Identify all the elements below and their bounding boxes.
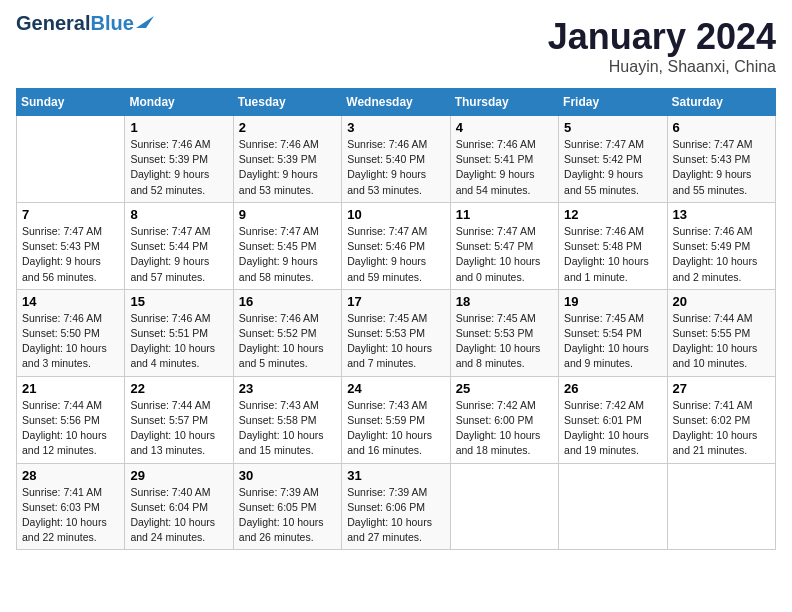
calendar-cell: 12Sunrise: 7:46 AMSunset: 5:48 PMDayligh… (559, 202, 667, 289)
calendar-cell: 8Sunrise: 7:47 AMSunset: 5:44 PMDaylight… (125, 202, 233, 289)
col-header-wednesday: Wednesday (342, 89, 450, 116)
calendar-cell: 7Sunrise: 7:47 AMSunset: 5:43 PMDaylight… (17, 202, 125, 289)
logo-blue-text: Blue (90, 12, 133, 35)
col-header-saturday: Saturday (667, 89, 775, 116)
calendar-cell: 31Sunrise: 7:39 AMSunset: 6:06 PMDayligh… (342, 463, 450, 550)
day-info: Sunrise: 7:47 AMSunset: 5:46 PMDaylight:… (347, 224, 444, 285)
day-info: Sunrise: 7:41 AMSunset: 6:02 PMDaylight:… (673, 398, 770, 459)
calendar-cell: 25Sunrise: 7:42 AMSunset: 6:00 PMDayligh… (450, 376, 558, 463)
col-header-thursday: Thursday (450, 89, 558, 116)
day-number: 28 (22, 468, 119, 483)
day-info: Sunrise: 7:46 AMSunset: 5:51 PMDaylight:… (130, 311, 227, 372)
calendar-cell: 2Sunrise: 7:46 AMSunset: 5:39 PMDaylight… (233, 116, 341, 203)
day-number: 29 (130, 468, 227, 483)
day-info: Sunrise: 7:41 AMSunset: 6:03 PMDaylight:… (22, 485, 119, 546)
day-number: 15 (130, 294, 227, 309)
calendar-week-row: 14Sunrise: 7:46 AMSunset: 5:50 PMDayligh… (17, 289, 776, 376)
day-info: Sunrise: 7:44 AMSunset: 5:55 PMDaylight:… (673, 311, 770, 372)
day-number: 1 (130, 120, 227, 135)
day-number: 19 (564, 294, 661, 309)
calendar-header-row: SundayMondayTuesdayWednesdayThursdayFrid… (17, 89, 776, 116)
day-info: Sunrise: 7:45 AMSunset: 5:53 PMDaylight:… (347, 311, 444, 372)
calendar-week-row: 28Sunrise: 7:41 AMSunset: 6:03 PMDayligh… (17, 463, 776, 550)
day-info: Sunrise: 7:39 AMSunset: 6:06 PMDaylight:… (347, 485, 444, 546)
day-info: Sunrise: 7:46 AMSunset: 5:52 PMDaylight:… (239, 311, 336, 372)
calendar-cell: 22Sunrise: 7:44 AMSunset: 5:57 PMDayligh… (125, 376, 233, 463)
calendar-cell: 29Sunrise: 7:40 AMSunset: 6:04 PMDayligh… (125, 463, 233, 550)
day-number: 8 (130, 207, 227, 222)
day-number: 16 (239, 294, 336, 309)
svg-marker-2 (136, 16, 154, 28)
calendar-cell (17, 116, 125, 203)
day-info: Sunrise: 7:46 AMSunset: 5:40 PMDaylight:… (347, 137, 444, 198)
day-number: 25 (456, 381, 553, 396)
calendar-cell: 19Sunrise: 7:45 AMSunset: 5:54 PMDayligh… (559, 289, 667, 376)
calendar-cell (450, 463, 558, 550)
calendar-cell: 6Sunrise: 7:47 AMSunset: 5:43 PMDaylight… (667, 116, 775, 203)
logo: General Blue General Blue (16, 16, 156, 35)
day-info: Sunrise: 7:43 AMSunset: 5:58 PMDaylight:… (239, 398, 336, 459)
page-header: General Blue General Blue January 2024 H… (16, 16, 776, 76)
day-number: 30 (239, 468, 336, 483)
day-info: Sunrise: 7:47 AMSunset: 5:45 PMDaylight:… (239, 224, 336, 285)
calendar-cell: 3Sunrise: 7:46 AMSunset: 5:40 PMDaylight… (342, 116, 450, 203)
calendar-cell: 10Sunrise: 7:47 AMSunset: 5:46 PMDayligh… (342, 202, 450, 289)
calendar-cell: 27Sunrise: 7:41 AMSunset: 6:02 PMDayligh… (667, 376, 775, 463)
calendar-cell: 11Sunrise: 7:47 AMSunset: 5:47 PMDayligh… (450, 202, 558, 289)
day-number: 22 (130, 381, 227, 396)
day-info: Sunrise: 7:39 AMSunset: 6:05 PMDaylight:… (239, 485, 336, 546)
day-number: 5 (564, 120, 661, 135)
calendar-cell: 24Sunrise: 7:43 AMSunset: 5:59 PMDayligh… (342, 376, 450, 463)
day-info: Sunrise: 7:46 AMSunset: 5:50 PMDaylight:… (22, 311, 119, 372)
calendar-cell: 17Sunrise: 7:45 AMSunset: 5:53 PMDayligh… (342, 289, 450, 376)
day-info: Sunrise: 7:46 AMSunset: 5:41 PMDaylight:… (456, 137, 553, 198)
day-number: 26 (564, 381, 661, 396)
calendar-cell (559, 463, 667, 550)
calendar-week-row: 1Sunrise: 7:46 AMSunset: 5:39 PMDaylight… (17, 116, 776, 203)
title-area: January 2024 Huayin, Shaanxi, China (548, 16, 776, 76)
calendar-week-row: 7Sunrise: 7:47 AMSunset: 5:43 PMDaylight… (17, 202, 776, 289)
day-number: 12 (564, 207, 661, 222)
day-info: Sunrise: 7:46 AMSunset: 5:39 PMDaylight:… (130, 137, 227, 198)
day-number: 20 (673, 294, 770, 309)
day-number: 13 (673, 207, 770, 222)
logo-general: General (16, 12, 90, 35)
day-info: Sunrise: 7:47 AMSunset: 5:42 PMDaylight:… (564, 137, 661, 198)
calendar-cell: 15Sunrise: 7:46 AMSunset: 5:51 PMDayligh… (125, 289, 233, 376)
calendar-cell: 28Sunrise: 7:41 AMSunset: 6:03 PMDayligh… (17, 463, 125, 550)
day-number: 21 (22, 381, 119, 396)
day-number: 10 (347, 207, 444, 222)
calendar-cell: 21Sunrise: 7:44 AMSunset: 5:56 PMDayligh… (17, 376, 125, 463)
day-number: 7 (22, 207, 119, 222)
day-info: Sunrise: 7:47 AMSunset: 5:43 PMDaylight:… (22, 224, 119, 285)
calendar-cell: 13Sunrise: 7:46 AMSunset: 5:49 PMDayligh… (667, 202, 775, 289)
calendar-cell: 30Sunrise: 7:39 AMSunset: 6:05 PMDayligh… (233, 463, 341, 550)
calendar-cell: 4Sunrise: 7:46 AMSunset: 5:41 PMDaylight… (450, 116, 558, 203)
day-info: Sunrise: 7:45 AMSunset: 5:54 PMDaylight:… (564, 311, 661, 372)
calendar-cell: 1Sunrise: 7:46 AMSunset: 5:39 PMDaylight… (125, 116, 233, 203)
day-info: Sunrise: 7:46 AMSunset: 5:48 PMDaylight:… (564, 224, 661, 285)
day-number: 31 (347, 468, 444, 483)
calendar-cell: 9Sunrise: 7:47 AMSunset: 5:45 PMDaylight… (233, 202, 341, 289)
calendar-cell: 14Sunrise: 7:46 AMSunset: 5:50 PMDayligh… (17, 289, 125, 376)
calendar-cell: 18Sunrise: 7:45 AMSunset: 5:53 PMDayligh… (450, 289, 558, 376)
day-number: 2 (239, 120, 336, 135)
day-number: 27 (673, 381, 770, 396)
day-number: 18 (456, 294, 553, 309)
day-info: Sunrise: 7:47 AMSunset: 5:47 PMDaylight:… (456, 224, 553, 285)
day-info: Sunrise: 7:43 AMSunset: 5:59 PMDaylight:… (347, 398, 444, 459)
calendar-cell: 5Sunrise: 7:47 AMSunset: 5:42 PMDaylight… (559, 116, 667, 203)
day-info: Sunrise: 7:47 AMSunset: 5:44 PMDaylight:… (130, 224, 227, 285)
calendar-table: SundayMondayTuesdayWednesdayThursdayFrid… (16, 88, 776, 550)
calendar-cell (667, 463, 775, 550)
logo-arrow-icon (136, 10, 156, 30)
day-info: Sunrise: 7:42 AMSunset: 6:01 PMDaylight:… (564, 398, 661, 459)
calendar-cell: 26Sunrise: 7:42 AMSunset: 6:01 PMDayligh… (559, 376, 667, 463)
day-number: 9 (239, 207, 336, 222)
calendar-cell: 16Sunrise: 7:46 AMSunset: 5:52 PMDayligh… (233, 289, 341, 376)
calendar-week-row: 21Sunrise: 7:44 AMSunset: 5:56 PMDayligh… (17, 376, 776, 463)
day-number: 14 (22, 294, 119, 309)
day-number: 17 (347, 294, 444, 309)
calendar-cell: 20Sunrise: 7:44 AMSunset: 5:55 PMDayligh… (667, 289, 775, 376)
col-header-sunday: Sunday (17, 89, 125, 116)
